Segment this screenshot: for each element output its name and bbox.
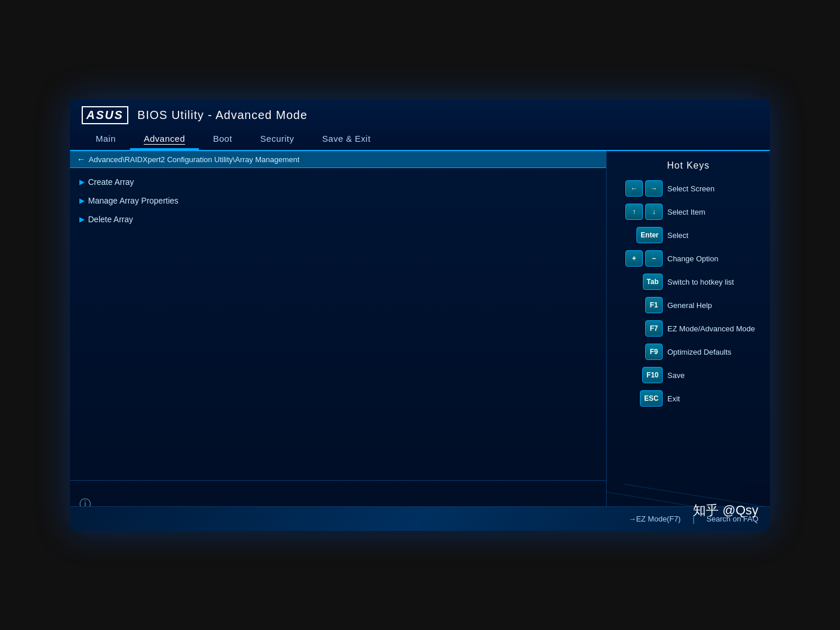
menu-arrow-icon: ▶ [79, 178, 85, 186]
hotkey-row: F7EZ Mode/Advanced Mode [616, 320, 761, 337]
hotkey-label: Optimized Defaults [667, 348, 761, 356]
hotkey-button[interactable]: ← [625, 180, 643, 197]
breadcrumb: ← Advanced\RAIDXpert2 Configuration Util… [70, 151, 606, 168]
hotkey-button[interactable]: Tab [643, 274, 663, 290]
hotkey-row: +−Change Option [616, 250, 761, 267]
nav-item-boot[interactable]: Boot [199, 130, 246, 150]
hotkey-row: F9Optimized Defaults [616, 344, 761, 360]
menu-item-label: Delete Array [88, 215, 133, 224]
hotkey-button[interactable]: − [645, 250, 663, 267]
hotkey-button[interactable]: F7 [645, 320, 663, 337]
hotkey-label: EZ Mode/Advanced Mode [667, 324, 761, 333]
hotkey-label: Change Option [667, 254, 761, 263]
menu-item[interactable]: ▶Manage Array Properties [70, 191, 606, 210]
hotkey-label: Select Item [667, 208, 761, 216]
hotkey-button[interactable]: Enter [636, 227, 663, 243]
asus-logo: ASUS [82, 106, 128, 124]
hotkey-row: F1General Help [616, 297, 761, 313]
hotkey-row: EnterSelect [616, 227, 761, 243]
content-area: ← Advanced\RAIDXpert2 Configuration Util… [70, 151, 770, 522]
menu-list: ▶Create Array▶Manage Array Properties▶De… [70, 168, 606, 233]
footer-separator: | [692, 514, 695, 524]
hotkey-label: Exit [667, 394, 761, 403]
hotkey-label: Select Screen [667, 184, 761, 193]
hotkey-button[interactable]: + [625, 250, 643, 267]
footer-bar: →EZ Mode(F7) | Search on FAQ [70, 506, 770, 531]
hotkey-button[interactable]: ↑ [625, 204, 643, 220]
menu-item-label: Create Array [88, 177, 134, 187]
hotkey-label: General Help [667, 301, 761, 310]
hotkey-row: TabSwitch to hotkey list [616, 274, 761, 290]
nav-bar: MainAdvancedBootSecuritySave & Exit [82, 130, 758, 150]
bios-title: BIOS Utility - Advanced Mode [138, 108, 307, 122]
header: ASUS BIOS Utility - Advanced Mode MainAd… [70, 99, 770, 151]
hotkey-row: ESCExit [616, 390, 761, 407]
hotkey-label: Select [667, 231, 761, 240]
menu-item[interactable]: ▶Create Array [70, 173, 606, 191]
menu-item[interactable]: ▶Delete Array [70, 210, 606, 229]
main-panel: ← Advanced\RAIDXpert2 Configuration Util… [70, 151, 607, 522]
nav-item-main[interactable]: Main [82, 130, 130, 150]
hotkeys-list: ←→Select Screen↑↓Select ItemEnterSelect+… [616, 180, 761, 407]
hotkey-button[interactable]: F9 [645, 344, 663, 360]
hotkey-button[interactable]: ESC [640, 390, 663, 407]
ez-mode-footer[interactable]: →EZ Mode(F7) [628, 514, 681, 523]
hotkey-button[interactable]: F1 [645, 297, 663, 313]
hotkey-button[interactable]: → [645, 180, 663, 197]
breadcrumb-text: Advanced\RAIDXpert2 Configuration Utilit… [89, 155, 299, 164]
menu-arrow-icon: ▶ [79, 215, 85, 223]
hotkey-label: Save [667, 371, 761, 380]
back-arrow-icon[interactable]: ← [77, 155, 85, 164]
search-faq-footer[interactable]: Search on FAQ [706, 514, 758, 523]
nav-item-save-exit[interactable]: Save & Exit [308, 130, 384, 150]
hotkey-button[interactable]: ↓ [645, 204, 663, 220]
hotkey-row: ↑↓Select Item [616, 204, 761, 220]
hotkeys-panel: Hot Keys ←→Select Screen↑↓Select ItemEnt… [607, 151, 770, 522]
nav-item-security[interactable]: Security [246, 130, 308, 150]
hotkey-button[interactable]: F10 [642, 367, 663, 383]
bottom-separator [70, 480, 606, 481]
hotkeys-title: Hot Keys [616, 160, 761, 171]
hotkey-row: F10Save [616, 367, 761, 383]
hotkey-label: Switch to hotkey list [667, 278, 761, 286]
menu-item-label: Manage Array Properties [88, 196, 178, 205]
hotkey-row: ←→Select Screen [616, 180, 761, 197]
menu-arrow-icon: ▶ [79, 197, 85, 205]
nav-item-advanced[interactable]: Advanced [130, 130, 200, 150]
